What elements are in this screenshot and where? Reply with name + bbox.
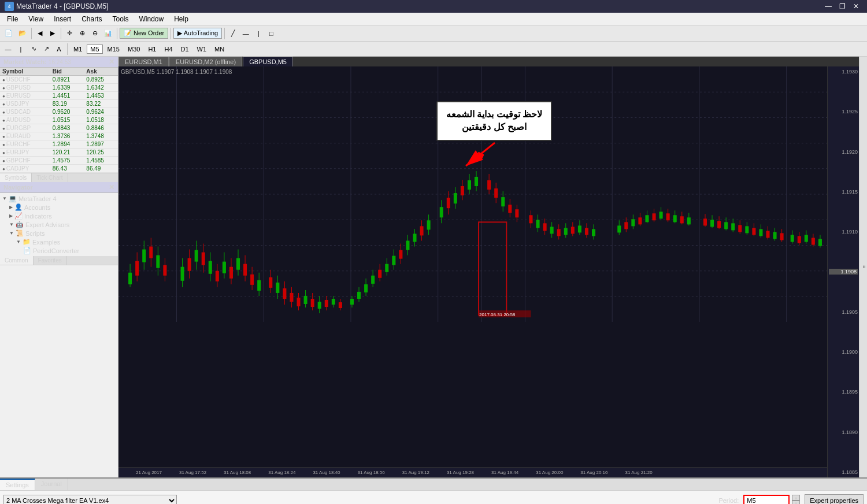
autotrading-button[interactable]: ▶ AutoTrading (173, 28, 222, 39)
toolbar-hline-btn[interactable]: — (240, 27, 251, 40)
svg-rect-156 (659, 212, 663, 218)
tf-m1[interactable]: M1 (70, 45, 86, 54)
market-watch-row[interactable]: ●USDJPY 83.19 83.22 (0, 100, 118, 108)
menu-insert[interactable]: Insert (49, 14, 76, 24)
nav-examples[interactable]: ▼ 📁 Examples (1, 238, 117, 246)
market-watch-row[interactable]: ●EURGBP 0.8843 0.8846 (0, 124, 118, 132)
market-watch-row[interactable]: ●USDCHF 0.8921 0.8925 (0, 76, 118, 84)
tf-h1[interactable]: H1 (144, 45, 160, 54)
price-1925: 1.1925 (829, 109, 858, 114)
toolbar-rect-btn[interactable]: □ (265, 27, 277, 40)
period-input[interactable] (743, 495, 790, 504)
bid-cell: 1.4575 (50, 157, 84, 165)
close-button[interactable]: ✕ (850, 0, 862, 13)
tab-favorites[interactable]: Favorites (34, 256, 67, 265)
tab-settings[interactable]: Settings (0, 479, 35, 490)
toolbar-crosshair-btn[interactable]: ✛ (64, 27, 75, 40)
toolbar-zoom-in-btn[interactable]: ⊕ (76, 27, 88, 40)
maximize-button[interactable]: ❐ (836, 0, 849, 13)
tf-dash-btn[interactable]: | (15, 43, 27, 55)
period-up[interactable]: ▲ (792, 495, 800, 501)
nav-accounts[interactable]: ▶ 👤 Accounts (1, 203, 117, 212)
toolbar-vline-btn[interactable]: | (253, 27, 264, 40)
market-watch-row[interactable]: ●AUDUSD 1.0515 1.0518 (0, 116, 118, 124)
market-watch-close[interactable]: ✕ (109, 58, 114, 66)
time-5: 31 Aug 18:40 (313, 470, 340, 475)
toolbar-back-btn[interactable]: ◀ (34, 27, 46, 40)
menu-charts[interactable]: Charts (77, 14, 106, 24)
market-watch-row[interactable]: ●CADJPY 86.43 86.49 (0, 165, 118, 173)
market-watch-row[interactable]: ●EURAUD 1.3736 1.3748 (0, 132, 118, 140)
tf-line-btn[interactable]: — (2, 43, 14, 55)
ask-cell: 1.0518 (84, 116, 118, 124)
menu-view[interactable]: View (24, 14, 48, 24)
tf-m30[interactable]: M30 (124, 45, 143, 54)
tf-zigzag-btn[interactable]: ∿ (28, 43, 39, 55)
expert-properties-button[interactable]: Expert properties (805, 494, 864, 504)
tf-w1[interactable]: W1 (194, 45, 210, 54)
tf-m5[interactable]: M5 (87, 45, 102, 54)
svg-rect-40 (209, 261, 212, 274)
tab-tick-chart[interactable]: Tick Chart (32, 173, 68, 182)
market-watch-row[interactable]: ●EURJPY 120.21 120.25 (0, 149, 118, 157)
toolbar-new-btn[interactable]: 📄 (2, 27, 15, 40)
svg-rect-58 (276, 283, 279, 293)
market-watch-row[interactable]: ●GBPUSD 1.6339 1.6342 (0, 84, 118, 92)
chart-info: GBPUSD,M5 1.1907 1.1908 1.1907 1.1908 (121, 69, 232, 75)
time-11: 31 Aug 20:16 (580, 470, 607, 475)
menu-help[interactable]: Help (169, 14, 193, 24)
toolbar-properties-btn[interactable]: 📊 (102, 27, 114, 40)
tf-text-btn[interactable]: A (53, 43, 65, 55)
svg-rect-72 (325, 300, 328, 307)
nav-expert-advisors[interactable]: ▼ 🤖 Expert Advisors (1, 220, 117, 229)
toolbar-line-btn[interactable]: ╱ (227, 27, 239, 40)
svg-rect-46 (229, 267, 233, 279)
toolbar-open-btn[interactable]: 📂 (16, 27, 29, 40)
nav-period-converter[interactable]: 📄 PeriodConverter (1, 246, 117, 255)
navigator-close[interactable]: ✕ (109, 183, 114, 191)
nav-indicators[interactable]: ▶ 📈 Indicators (1, 212, 117, 220)
svg-rect-24 (142, 250, 146, 262)
navigator-header: Navigator ✕ (0, 182, 118, 193)
svg-rect-182 (759, 229, 762, 236)
col-ask: Ask (84, 68, 118, 76)
chart-canvas[interactable]: GBPUSD,M5 1.1907 1.1908 1.1907 1.1908 (118, 66, 859, 477)
market-watch-row[interactable]: ●GBPCHF 1.4575 1.4585 (0, 157, 118, 165)
market-watch-row[interactable]: ●EURUSD 1.4451 1.4453 (0, 92, 118, 100)
symbol-cell: ●CADJPY (0, 165, 50, 173)
market-watch-row[interactable]: ●EURCHF 1.2894 1.2897 (0, 140, 118, 149)
minimize-button[interactable]: — (822, 0, 835, 13)
bid-cell: 1.2894 (50, 140, 84, 149)
tf-mn[interactable]: MN (211, 45, 228, 54)
chart-tab-gbpusd-m5[interactable]: GBPUSD,M5 (243, 57, 293, 66)
tf-m15[interactable]: M15 (104, 45, 123, 54)
tab-common[interactable]: Common (0, 256, 34, 265)
menu-file[interactable]: File (2, 14, 23, 24)
market-watch-row[interactable]: ●USDCAD 0.9620 0.9624 (0, 108, 118, 116)
tab-symbols[interactable]: Symbols (0, 173, 32, 182)
nav-label-examples: Examples (32, 239, 60, 246)
titlebar-controls[interactable]: — ❐ ✕ (822, 0, 862, 13)
toolbar-forward-btn[interactable]: ▶ (47, 27, 58, 40)
ea-select[interactable]: 2 MA Crosses Mega filter EA V1.ex4 (3, 495, 177, 504)
ask-cell: 0.8925 (84, 76, 118, 84)
tab-journal[interactable]: Journal (35, 479, 68, 490)
nav-scripts[interactable]: ▼ 📜 Scripts (1, 229, 117, 238)
toolbar-zoom-out-btn[interactable]: ⊖ (89, 27, 101, 40)
examples-expand-icon: ▼ (16, 239, 21, 244)
ea-folder-icon: 🤖 (16, 221, 24, 228)
tf-h4[interactable]: H4 (161, 45, 176, 54)
menu-window[interactable]: Window (135, 14, 169, 24)
time-12: 31 Aug 21:20 (625, 470, 653, 475)
menu-tools[interactable]: Tools (108, 14, 134, 24)
price-1910: 1.1910 (829, 229, 858, 235)
period-down[interactable]: ▼ (792, 501, 800, 504)
chart-tab-eurusd-m1[interactable]: EURUSD,M1 (118, 57, 169, 66)
chart-tab-eurusd-m2[interactable]: EURUSD,M2 (offline) (169, 57, 242, 66)
tf-d1[interactable]: D1 (177, 45, 192, 54)
nav-metatrader4[interactable]: ▼ 💻 MetaTrader 4 (1, 194, 117, 203)
svg-rect-86 (378, 270, 381, 278)
new-order-button[interactable]: 📝 New Order (120, 28, 168, 39)
bid-cell: 0.8921 (50, 76, 84, 84)
tf-arrow-btn[interactable]: ↗ (40, 43, 52, 55)
